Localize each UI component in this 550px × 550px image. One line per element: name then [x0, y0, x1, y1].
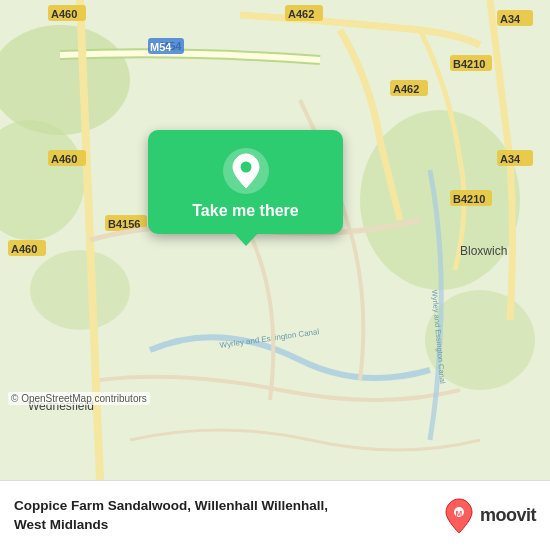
svg-text:A460: A460 [51, 8, 77, 20]
svg-text:B4210: B4210 [453, 58, 485, 70]
moovit-brand-text: moovit [480, 505, 536, 526]
map-area: Wyrley and Essington Canal M54 M54 A460 … [0, 0, 550, 480]
svg-text:A460: A460 [11, 243, 37, 255]
bottom-info-bar: Coppice Farm Sandalwood, Willenhall Will… [0, 480, 550, 550]
osm-attribution: © OpenStreetMap contributors [8, 392, 150, 405]
svg-text:M54: M54 [150, 41, 172, 53]
svg-text:A460: A460 [51, 153, 77, 165]
svg-text:A34: A34 [500, 153, 521, 165]
svg-text:M: M [455, 509, 462, 518]
svg-text:A34: A34 [500, 13, 521, 25]
svg-text:Bloxwich: Bloxwich [460, 244, 507, 258]
svg-text:A462: A462 [393, 83, 419, 95]
svg-point-3 [30, 250, 130, 330]
svg-point-34 [240, 162, 251, 173]
location-name: Coppice Farm Sandalwood, Willenhall Will… [14, 497, 443, 533]
location-info: Coppice Farm Sandalwood, Willenhall Will… [14, 497, 443, 533]
moovit-logo: M moovit [443, 497, 536, 535]
moovit-pin-icon: M [443, 497, 475, 535]
svg-text:B4210: B4210 [453, 193, 485, 205]
svg-text:A462: A462 [288, 8, 314, 20]
location-pin-icon [223, 148, 269, 194]
take-me-there-label: Take me there [192, 202, 298, 220]
take-me-there-button[interactable]: Take me there [148, 130, 343, 234]
